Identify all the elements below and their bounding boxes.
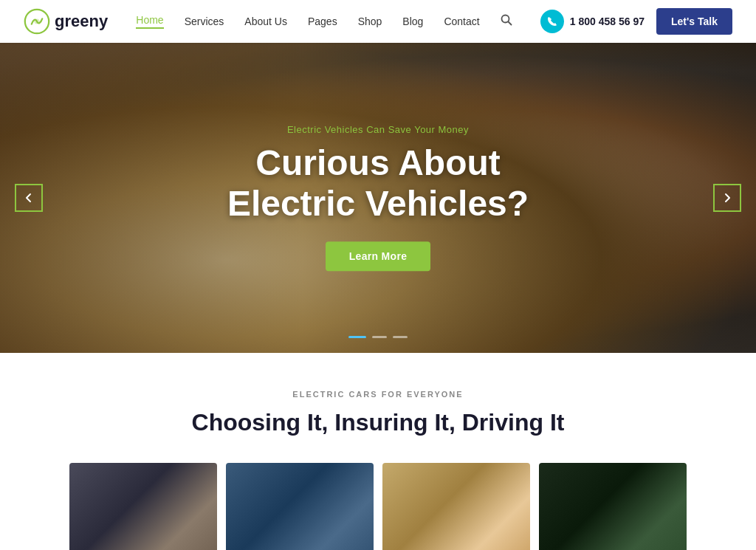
card-2 <box>226 463 374 550</box>
hero-dots <box>348 336 408 338</box>
learn-more-button[interactable]: Learn More <box>326 242 430 272</box>
main-nav: Home Services About Us Pages Shop Blog C… <box>136 14 512 29</box>
phone-icon <box>540 10 564 33</box>
header: greeny Home Services About Us Pages Shop… <box>0 0 756 43</box>
section-title: Choosing It, Insuring It, Driving It <box>30 409 726 436</box>
dot-1[interactable] <box>348 336 366 338</box>
search-icon[interactable] <box>501 14 512 29</box>
cards-row <box>30 463 726 550</box>
header-right: 1 800 458 56 97 Let's Talk <box>540 8 732 35</box>
nav-home[interactable]: Home <box>136 14 163 29</box>
phone-area: 1 800 458 56 97 <box>540 10 645 33</box>
logo-icon <box>24 8 50 35</box>
card-4 <box>539 463 687 550</box>
lets-talk-button[interactable]: Let's Talk <box>656 8 732 35</box>
hero-title: Curious About Electric Vehicles? <box>157 142 599 224</box>
hero-prev-arrow[interactable] <box>15 184 43 212</box>
nav-pages[interactable]: Pages <box>308 16 337 27</box>
nav-shop[interactable]: Shop <box>358 16 382 27</box>
features-section: ELECTRIC CARS FOR EVERYONE Choosing It, … <box>0 353 756 550</box>
logo-text: greeny <box>55 12 108 31</box>
nav-blog[interactable]: Blog <box>402 16 423 27</box>
hero-section: Electric Vehicles Can Save Your Money Cu… <box>0 43 756 353</box>
nav-about[interactable]: About Us <box>244 16 287 27</box>
card-1 <box>69 463 217 550</box>
nav-contact[interactable]: Contact <box>444 16 479 27</box>
section-eyebrow: ELECTRIC CARS FOR EVERYONE <box>30 390 726 399</box>
card-1-image <box>69 463 217 550</box>
card-3 <box>382 463 530 550</box>
hero-eyebrow: Electric Vehicles Can Save Your Money <box>157 124 599 135</box>
hero-content: Electric Vehicles Can Save Your Money Cu… <box>157 124 599 271</box>
card-2-image <box>226 463 374 550</box>
logo-link[interactable]: greeny <box>24 8 108 35</box>
svg-line-3 <box>508 22 511 25</box>
card-4-image <box>539 463 687 550</box>
hero-title-line2: Electric Vehicles? <box>227 185 529 224</box>
dot-2[interactable] <box>372 336 387 338</box>
phone-number: 1 800 458 56 97 <box>570 16 645 27</box>
nav-services[interactable]: Services <box>185 16 224 27</box>
dot-3[interactable] <box>393 336 408 338</box>
hero-title-line1: Curious About <box>255 143 501 182</box>
svg-point-1 <box>34 18 39 24</box>
card-3-image <box>382 463 530 550</box>
hero-next-arrow[interactable] <box>713 184 741 212</box>
